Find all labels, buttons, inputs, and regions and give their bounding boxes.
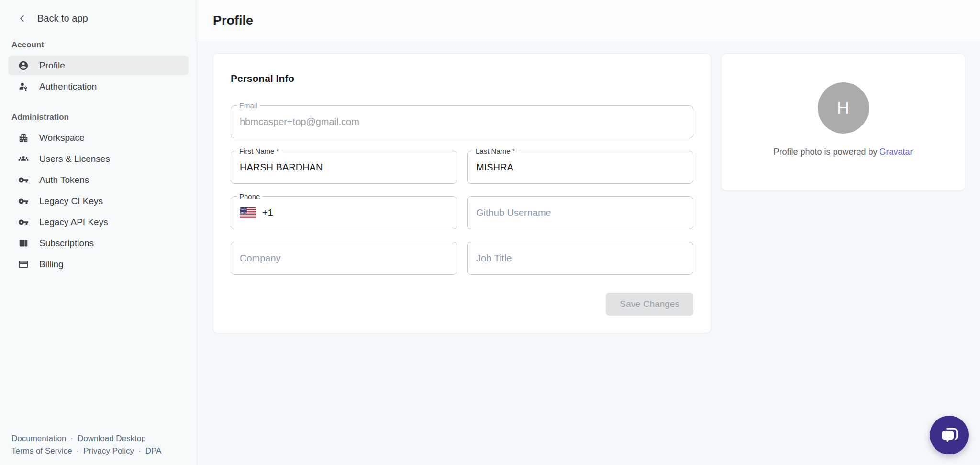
sidebar-item-label: Subscriptions [39,238,94,249]
sidebar-item-authentication[interactable]: Authentication [8,77,189,96]
last-name-input[interactable] [476,162,684,173]
dot-separator: · [77,446,79,455]
footer-row-2: Terms of Service·Privacy Policy·DPA [11,445,161,457]
sidebar-item-label: Billing [39,259,64,270]
sidebar-item-billing[interactable]: Billing [8,254,189,274]
credit-card-icon [18,259,29,270]
chevron-left-icon [17,13,27,23]
page-title: Profile [213,13,253,28]
page-header: Profile [197,0,980,42]
personal-info-title: Personal Info [231,73,693,84]
company-input[interactable] [240,253,448,264]
email-field: Email [231,105,693,138]
personal-info-card: Personal Info Email First Name * Last Na… [213,53,711,333]
sidebar-item-label: Legacy CI Keys [39,196,103,206]
sidebar-footer: Documentation·Download Desktop Terms of … [11,432,161,457]
section-title-administration: Administration [11,113,197,122]
form-actions: Save Changes [231,293,693,316]
dot-separator: · [138,446,141,455]
dot-separator: · [70,434,73,443]
avatar: H [818,82,869,134]
people-group-icon [18,154,29,164]
privacy-policy-link[interactable]: Privacy Policy [83,446,134,455]
gravatar-caption-text: Profile photo is powered by [773,147,877,157]
first-name-field: First Name * [231,151,457,184]
job-title-input[interactable] [476,253,684,264]
sidebar-item-subscriptions[interactable]: Subscriptions [8,233,189,253]
personal-info-form: Email First Name * Last Name * Phone [231,105,693,275]
phone-field: Phone [231,196,457,229]
sidebar-item-label: Users & Licenses [39,154,110,164]
job-title-field [467,242,693,275]
account-circle-icon [18,60,29,71]
sidebar-item-legacy-ci-keys[interactable]: Legacy CI Keys [8,191,189,211]
avatar-initial: H [837,98,849,118]
footer-row-1: Documentation·Download Desktop [11,432,161,445]
key-icon [18,196,29,206]
sidebar-item-label: Auth Tokens [39,175,89,185]
sidebar-item-label: Profile [39,60,65,71]
administration-nav: Workspace Users & Licenses Auth Tokens [0,128,197,274]
account-nav: Profile Authentication [0,56,197,96]
us-flag-icon[interactable] [240,207,256,218]
sidebar-item-label: Authentication [39,81,97,92]
download-desktop-link[interactable]: Download Desktop [78,434,146,443]
sidebar-item-users-licenses[interactable]: Users & Licenses [8,149,189,169]
company-field [231,242,457,275]
building-icon [18,133,29,143]
github-username-field [467,196,693,229]
email-input[interactable] [240,116,684,127]
sidebar-item-auth-tokens[interactable]: Auth Tokens [8,170,189,190]
section-title-account: Account [11,40,197,50]
email-label: Email [237,102,260,110]
documentation-link[interactable]: Documentation [11,434,66,443]
sidebar-item-label: Legacy API Keys [39,217,108,227]
first-name-label: First Name * [237,147,281,155]
dial-code: +1 [262,207,273,218]
main-area: Profile Personal Info Email First Name *… [197,0,980,465]
gravatar-caption: Profile photo is powered byGravatar [773,147,913,157]
content: Personal Info Email First Name * Last Na… [197,42,980,465]
phone-input[interactable] [278,207,448,218]
person-key-icon [18,81,29,92]
chat-bubbles-icon [939,425,959,445]
sidebar-item-label: Workspace [39,133,85,143]
gravatar-card: H Profile photo is powered byGravatar [721,53,965,191]
github-username-input[interactable] [476,207,684,218]
dpa-link[interactable]: DPA [145,446,162,455]
back-to-app-label: Back to app [37,13,88,24]
columns-icon [18,238,29,249]
key-icon [18,175,29,185]
back-to-app-button[interactable]: Back to app [0,0,197,24]
terms-of-service-link[interactable]: Terms of Service [11,446,72,455]
phone-label: Phone [237,193,262,201]
chat-launcher-button[interactable] [930,416,969,454]
save-changes-button[interactable]: Save Changes [606,293,693,316]
sidebar-item-workspace[interactable]: Workspace [8,128,189,147]
last-name-label: Last Name * [473,147,518,155]
sidebar-item-profile[interactable]: Profile [8,56,189,75]
last-name-field: Last Name * [467,151,693,184]
first-name-input[interactable] [240,162,448,173]
sidebar-item-legacy-api-keys[interactable]: Legacy API Keys [8,212,189,232]
key-icon [18,217,29,227]
gravatar-link[interactable]: Gravatar [880,147,913,157]
sidebar: Back to app Account Profile Authenticati… [0,0,197,465]
